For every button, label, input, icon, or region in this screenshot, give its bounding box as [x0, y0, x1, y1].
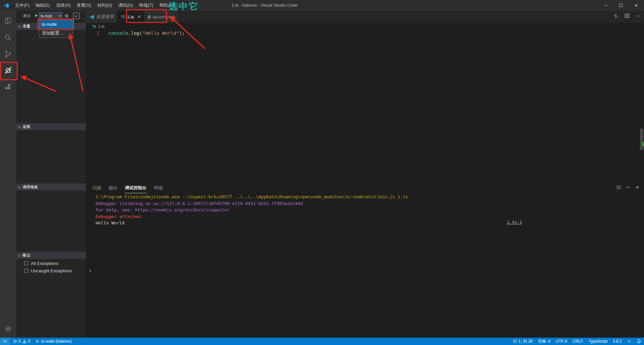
debug-config-value: ts-nod [41, 14, 52, 18]
code-token: "Hello World" [142, 30, 179, 36]
chevron-down-icon [18, 254, 21, 256]
minimize-icon [604, 5, 607, 6]
code-text: console.log("Hello World"); [108, 30, 185, 37]
configure-gear-icon[interactable] [64, 13, 69, 19]
vscode-logo-icon [0, 3, 12, 8]
tab-launch-json[interactable]: {} launch.json [145, 11, 178, 23]
console-btn-glyph: ▸ [75, 14, 77, 18]
close-button[interactable]: ✕ [629, 0, 644, 11]
code-token: log [131, 30, 139, 36]
tab-label: launch.json [153, 14, 175, 19]
clear-console-icon[interactable] [616, 185, 621, 190]
close-icon: ✕ [635, 3, 638, 8]
debug-config-status[interactable]: ts-node (tsdemo) [33, 338, 74, 345]
editor-scrollbar[interactable] [640, 129, 643, 150]
menu-view[interactable]: 查看(V) [73, 0, 94, 11]
panel-tab-output[interactable]: 输出 [109, 183, 117, 193]
breadcrumb[interactable]: TS 1.ts [86, 23, 644, 30]
tab-label: 1.ts [127, 14, 134, 19]
source-location-link[interactable]: 1.ts:1 [507, 220, 522, 225]
language-mode[interactable]: TypeScript [586, 338, 610, 345]
close-panel-icon[interactable]: ✕ [636, 185, 639, 190]
section-watch[interactable]: 监视 [16, 123, 86, 130]
extensions-icon[interactable] [0, 80, 16, 93]
open-changes-icon[interactable] [613, 13, 619, 19]
code-token: ) [179, 30, 182, 36]
remote-indicator-icon[interactable] [0, 338, 10, 345]
statusbar-right: 行 1, 列 28 空格: 4 UTF-8 CRLF TypeScript 3.… [511, 338, 644, 345]
code-editor[interactable]: 1 console.log("Hello World"); [86, 30, 644, 183]
cursor-position[interactable]: 行 1, 列 28 [511, 338, 535, 345]
section-label: 断点 [23, 253, 30, 258]
panel-tab-debug-console[interactable]: 调试控制台 [125, 183, 147, 193]
maximize-panel-icon[interactable] [626, 186, 630, 190]
dropdown-item-ts-node[interactable]: ts-node [39, 20, 73, 29]
panel-actions: ✕ [616, 185, 639, 190]
activity-bar [0, 11, 16, 338]
explorer-icon[interactable] [0, 14, 16, 27]
status-bar: 0 0 ts-node (tsdemo) 行 1, 列 28 空格: 4 UTF… [0, 338, 644, 345]
debug-config-label: ts-node (tsdemo) [41, 339, 71, 344]
encoding[interactable]: UTF-8 [553, 338, 570, 345]
start-debug-icon[interactable] [34, 13, 39, 18]
breakpoint-uncaught-exceptions[interactable]: Uncaught Exceptions [16, 267, 86, 274]
panel-tab-terminal[interactable]: 终端 [154, 183, 163, 193]
debug-config-dropdown: ts-node 添加配置… [39, 20, 73, 38]
problems-status[interactable]: 0 0 [10, 338, 33, 345]
search-icon[interactable] [0, 31, 16, 44]
checkbox-unchecked[interactable] [24, 269, 28, 273]
section-breakpoints[interactable]: 断点 [16, 252, 86, 259]
menu-edit[interactable]: 编辑(E) [33, 0, 53, 11]
warning-icon [22, 339, 27, 344]
warning-count: 0 [28, 339, 31, 344]
minimize-button[interactable] [598, 0, 613, 11]
checkbox-unchecked[interactable] [24, 261, 28, 265]
open-debug-console-icon[interactable]: ▸ [73, 13, 79, 19]
close-tab-icon[interactable]: ✕ [138, 14, 141, 19]
typescript-icon: TS [121, 15, 125, 19]
more-actions-icon[interactable]: ⋯ [635, 13, 641, 19]
line-ending[interactable]: CRLF [570, 338, 586, 345]
code-line[interactable]: 1 console.log("Hello World"); [86, 30, 644, 37]
section-label: 变量 [23, 24, 30, 29]
menu-help[interactable]: 帮助(H) [156, 0, 177, 11]
menu-selection[interactable]: 选择(S) [53, 0, 73, 11]
menu-file[interactable]: 文件(F) [12, 0, 33, 11]
section-label: 监视 [23, 124, 30, 129]
play-icon [36, 339, 40, 343]
breakpoint-label: All Exceptions [31, 261, 58, 266]
menu-goto[interactable]: 转到(G) [94, 0, 115, 11]
chevron-down-icon [18, 125, 21, 128]
debug-config-select[interactable]: ts-nod ▾ [39, 12, 62, 19]
source-control-icon[interactable] [0, 48, 16, 61]
repl-prompt-icon[interactable]: › [89, 267, 92, 274]
debug-console-output[interactable]: C:\Program Files\nodejs\node.exe --inspe… [86, 194, 644, 226]
breakpoint-label: Uncaught Exceptions [31, 268, 72, 273]
section-label: 调用堆栈 [23, 185, 38, 190]
tab-1ts[interactable]: TS 1.ts ✕ [117, 11, 145, 23]
debug-icon[interactable] [0, 63, 16, 77]
dropdown-item-add-config[interactable]: 添加配置… [39, 29, 73, 38]
notifications-bell-icon[interactable] [634, 338, 644, 345]
panel-tab-problems[interactable]: 问题 [93, 183, 101, 193]
debug-sidebar: 调试 ts-nod ▾ ▸ ts-node 添加配置… 变量 监 [16, 11, 86, 338]
indentation[interactable]: 空格: 4 [535, 338, 553, 345]
menu-terminal[interactable]: 终端(T) [136, 0, 156, 11]
split-editor-icon[interactable] [624, 13, 630, 19]
tab-welcome[interactable]: 欢迎使用 [86, 11, 117, 23]
editor-tab-bar: 欢迎使用 TS 1.ts ✕ {} launch.json [86, 11, 644, 23]
chevron-down-icon [18, 24, 21, 27]
window-title: 1.ts - tsdemo - Visual Studio Code [231, 0, 298, 11]
maximize-button[interactable] [613, 0, 629, 11]
code-token: ( [140, 30, 142, 36]
tab-label: 欢迎使用 [96, 14, 114, 20]
maximize-icon [619, 4, 623, 7]
section-call-stack[interactable]: 调用堆栈 [16, 184, 86, 191]
typescript-version[interactable]: 3.6.2 [610, 338, 625, 345]
feedback-smiley-icon[interactable]: ☺ [625, 338, 634, 345]
console-line: C:\Program Files\nodejs\node.exe --inspe… [96, 194, 644, 200]
settings-gear-icon[interactable] [0, 322, 16, 336]
title-bar: 文件(F) 编辑(E) 选择(S) 查看(V) 转到(G) 调试(D) 终端(T… [0, 0, 644, 11]
breakpoint-all-exceptions[interactable]: All Exceptions [16, 260, 86, 267]
menu-debug[interactable]: 调试(D) [115, 0, 136, 11]
